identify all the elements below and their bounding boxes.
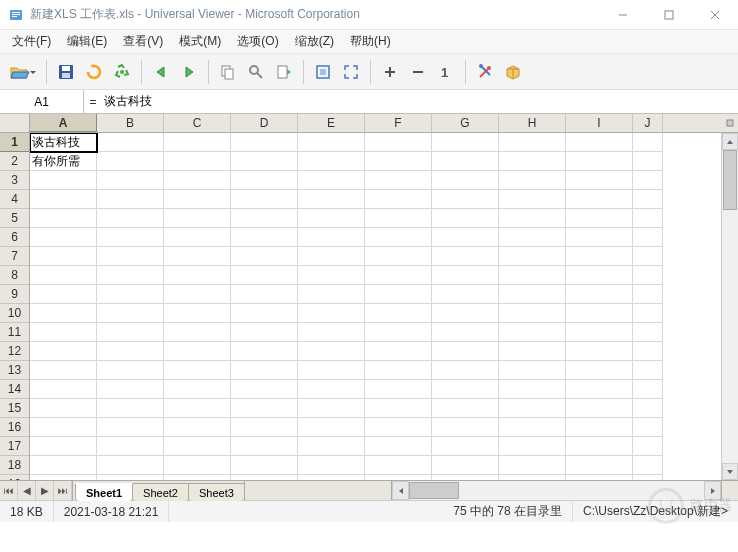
select-all-corner[interactable]: [0, 114, 30, 133]
cell[interactable]: [164, 399, 231, 418]
menu-file[interactable]: 文件(F): [6, 31, 57, 52]
zoom-reset-button[interactable]: 1: [433, 59, 459, 85]
row-header[interactable]: 14: [0, 380, 29, 399]
cell[interactable]: [432, 418, 499, 437]
cell[interactable]: [633, 247, 663, 266]
scroll-left-button[interactable]: [392, 481, 409, 500]
menu-edit[interactable]: 编辑(E): [61, 31, 113, 52]
cell[interactable]: [30, 475, 97, 480]
cell[interactable]: [566, 133, 633, 152]
cell[interactable]: [298, 285, 365, 304]
cell[interactable]: [566, 456, 633, 475]
menu-help[interactable]: 帮助(H): [344, 31, 397, 52]
cell[interactable]: [633, 285, 663, 304]
cell[interactable]: [633, 171, 663, 190]
cell-a2[interactable]: 有你所需: [30, 152, 97, 171]
menu-options[interactable]: 选项(O): [231, 31, 284, 52]
save-button[interactable]: [53, 59, 79, 85]
formula-input[interactable]: 谈古科技: [102, 90, 738, 113]
cell[interactable]: [97, 399, 164, 418]
tab-last-button[interactable]: ⏭: [54, 481, 72, 500]
cell[interactable]: [164, 361, 231, 380]
cell[interactable]: [30, 456, 97, 475]
cell[interactable]: [432, 133, 499, 152]
cell[interactable]: [231, 342, 298, 361]
cell[interactable]: [566, 171, 633, 190]
cell[interactable]: [633, 418, 663, 437]
cell[interactable]: [164, 228, 231, 247]
row-header[interactable]: 13: [0, 361, 29, 380]
cell[interactable]: [164, 171, 231, 190]
cell[interactable]: [298, 152, 365, 171]
cell[interactable]: [97, 418, 164, 437]
cell[interactable]: [499, 133, 566, 152]
cell[interactable]: [499, 323, 566, 342]
recycle-button[interactable]: [109, 59, 135, 85]
cell[interactable]: [30, 323, 97, 342]
cell[interactable]: [97, 133, 164, 152]
hscroll-track[interactable]: [409, 481, 704, 500]
back-button[interactable]: [148, 59, 174, 85]
cell[interactable]: [97, 228, 164, 247]
cell[interactable]: [566, 304, 633, 323]
cell[interactable]: [298, 228, 365, 247]
row-header[interactable]: 18: [0, 456, 29, 475]
cell[interactable]: [164, 285, 231, 304]
tab-first-button[interactable]: ⏮: [0, 481, 18, 500]
cell[interactable]: [97, 209, 164, 228]
row-header[interactable]: 5: [0, 209, 29, 228]
cell[interactable]: [499, 342, 566, 361]
cell[interactable]: [432, 209, 499, 228]
cell[interactable]: [164, 304, 231, 323]
cell[interactable]: [365, 209, 432, 228]
cell[interactable]: [97, 171, 164, 190]
cell[interactable]: [633, 399, 663, 418]
cell[interactable]: [97, 152, 164, 171]
cell[interactable]: [231, 380, 298, 399]
cell[interactable]: [231, 475, 298, 480]
cell[interactable]: [164, 380, 231, 399]
cell[interactable]: [298, 171, 365, 190]
cell[interactable]: [365, 171, 432, 190]
cell[interactable]: [164, 323, 231, 342]
cell[interactable]: [298, 209, 365, 228]
cell[interactable]: [97, 361, 164, 380]
cell[interactable]: [633, 475, 663, 480]
column-header[interactable]: B: [97, 114, 164, 132]
cell[interactable]: [566, 228, 633, 247]
column-header[interactable]: D: [231, 114, 298, 132]
cell[interactable]: [298, 380, 365, 399]
cell[interactable]: [499, 418, 566, 437]
cell-grid[interactable]: 谈古科技 有你所需: [30, 133, 721, 480]
cell[interactable]: [566, 247, 633, 266]
cell[interactable]: [566, 285, 633, 304]
cell[interactable]: [298, 399, 365, 418]
cell[interactable]: [633, 190, 663, 209]
row-header[interactable]: 15: [0, 399, 29, 418]
cell[interactable]: [231, 228, 298, 247]
cell[interactable]: [97, 475, 164, 480]
cell[interactable]: [231, 266, 298, 285]
package-button[interactable]: [500, 59, 526, 85]
cell[interactable]: [164, 418, 231, 437]
cell[interactable]: [231, 209, 298, 228]
cell[interactable]: [633, 456, 663, 475]
cell[interactable]: [633, 209, 663, 228]
cell[interactable]: [633, 133, 663, 152]
copy-button[interactable]: [215, 59, 241, 85]
tab-prev-button[interactable]: ◀: [18, 481, 36, 500]
minimize-button[interactable]: [600, 0, 646, 30]
cell[interactable]: [432, 361, 499, 380]
cell[interactable]: [432, 304, 499, 323]
cell[interactable]: [566, 475, 633, 480]
column-header[interactable]: F: [365, 114, 432, 132]
cell[interactable]: [499, 361, 566, 380]
maximize-button[interactable]: [646, 0, 692, 30]
open-button[interactable]: [6, 59, 40, 85]
cell[interactable]: [231, 323, 298, 342]
cell[interactable]: [566, 190, 633, 209]
cell[interactable]: [97, 285, 164, 304]
cell[interactable]: [633, 437, 663, 456]
cell[interactable]: [633, 152, 663, 171]
cell[interactable]: [231, 190, 298, 209]
